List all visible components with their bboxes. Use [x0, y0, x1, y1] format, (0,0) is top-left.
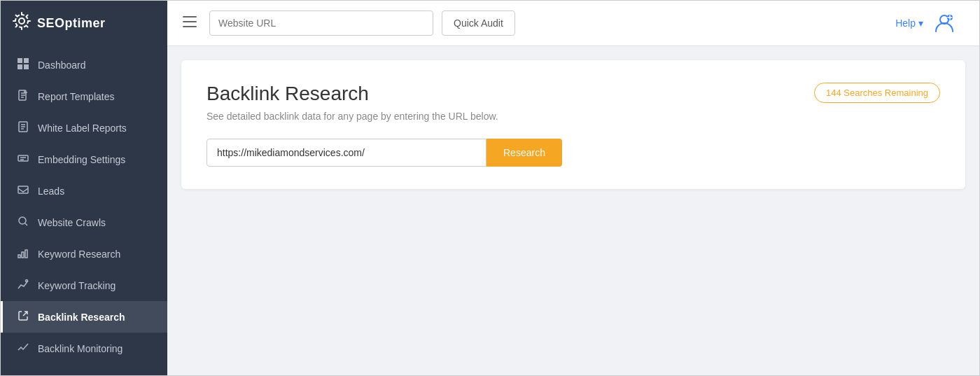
sidebar-item-website-crawls[interactable]: Website Crawls — [1, 207, 167, 238]
backlink-research-icon — [17, 310, 29, 323]
sidebar: Dashboard Report Templates White Label R… — [1, 46, 167, 375]
svg-rect-4 — [183, 26, 197, 27]
user-avatar[interactable] — [932, 11, 957, 36]
sidebar-item-leads[interactable]: Leads — [1, 175, 167, 207]
sidebar-item-keyword-research-label: Keyword Research — [38, 249, 120, 260]
svg-rect-7 — [18, 58, 22, 63]
svg-rect-2 — [183, 16, 197, 18]
main-layout: Dashboard Report Templates White Label R… — [1, 46, 979, 375]
svg-rect-9 — [18, 64, 22, 69]
leads-icon — [17, 184, 29, 197]
sidebar-item-keyword-research[interactable]: Keyword Research — [1, 238, 167, 270]
search-row: Research — [206, 139, 940, 167]
sidebar-item-embedding-settings-label: Embedding Settings — [38, 154, 125, 165]
keyword-tracking-icon — [17, 279, 29, 292]
quick-audit-button[interactable]: Quick Audit — [442, 11, 515, 36]
backlink-monitoring-icon — [17, 342, 29, 355]
sidebar-item-dashboard-label: Dashboard — [38, 60, 86, 71]
report-templates-icon — [17, 90, 29, 103]
svg-point-1 — [15, 15, 28, 27]
sidebar-item-report-templates-label: Report Templates — [38, 91, 114, 102]
help-button[interactable]: Help ▾ — [895, 18, 923, 29]
logo-icon — [12, 11, 31, 35]
searches-remaining-badge: 144 Searches Remaining — [814, 83, 940, 103]
sidebar-item-white-label-reports[interactable]: White Label Reports — [1, 112, 167, 144]
embedding-settings-icon — [17, 153, 29, 166]
logo-text: SEOptimer — [37, 16, 106, 31]
sidebar-item-report-templates[interactable]: Report Templates — [1, 81, 167, 112]
help-chevron-icon: ▾ — [918, 18, 923, 29]
content-area: Backlink Research See detailed backlink … — [167, 46, 979, 375]
svg-rect-17 — [22, 252, 24, 258]
svg-point-15 — [19, 217, 26, 224]
sidebar-item-backlink-research[interactable]: Backlink Research — [1, 301, 167, 333]
website-crawls-icon — [17, 216, 29, 229]
svg-rect-10 — [24, 64, 29, 69]
sidebar-item-white-label-reports-label: White Label Reports — [38, 123, 127, 134]
svg-point-0 — [19, 18, 24, 24]
svg-rect-13 — [18, 155, 28, 161]
menu-button[interactable] — [178, 12, 201, 35]
help-label: Help — [895, 18, 916, 29]
research-button[interactable]: Research — [486, 139, 562, 167]
page-subtitle: See detailed backlink data for any page … — [206, 111, 940, 122]
sidebar-item-keyword-tracking-label: Keyword Tracking — [38, 280, 115, 291]
logo-area: SEOptimer — [1, 1, 167, 46]
website-url-input[interactable] — [209, 11, 433, 36]
sidebar-item-embedding-settings[interactable]: Embedding Settings — [1, 144, 167, 175]
sidebar-item-backlink-monitoring-label: Backlink Monitoring — [38, 343, 122, 354]
dashboard-icon — [17, 58, 29, 71]
svg-rect-16 — [18, 255, 20, 258]
sidebar-item-keyword-tracking[interactable]: Keyword Tracking — [1, 270, 167, 301]
sidebar-item-backlink-research-label: Backlink Research — [38, 312, 125, 323]
header-right: Quick Audit Help ▾ — [167, 11, 968, 36]
keyword-research-icon — [17, 247, 29, 260]
white-label-reports-icon — [17, 121, 29, 134]
svg-rect-3 — [183, 21, 197, 22]
sidebar-item-website-crawls-label: Website Crawls — [38, 217, 106, 228]
url-research-input[interactable] — [206, 139, 486, 167]
svg-rect-18 — [25, 250, 27, 258]
svg-rect-8 — [24, 58, 29, 63]
backlink-research-card: Backlink Research See detailed backlink … — [181, 60, 965, 189]
svg-point-19 — [26, 280, 28, 282]
sidebar-item-leads-label: Leads — [38, 186, 64, 197]
sidebar-item-dashboard[interactable]: Dashboard — [1, 49, 167, 81]
top-header: SEOptimer Quick Audit Help ▾ — [1, 1, 979, 46]
sidebar-item-backlink-monitoring[interactable]: Backlink Monitoring — [1, 333, 167, 364]
